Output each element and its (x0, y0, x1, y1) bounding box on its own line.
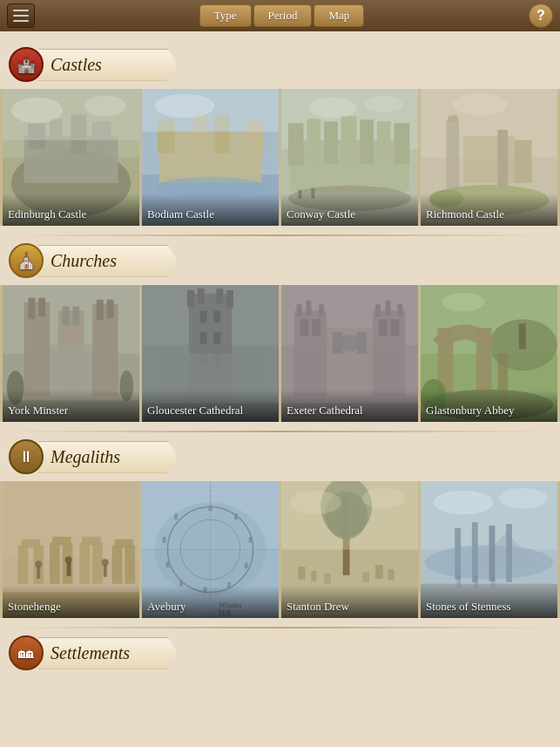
svg-rect-89 (306, 301, 311, 316)
list-item[interactable]: York Minster (3, 285, 139, 422)
list-item[interactable]: Edinburgh Castle (3, 89, 139, 226)
main-content: 🏰 Castles (0, 31, 560, 696)
svg-point-123 (65, 556, 72, 563)
nav-period-button[interactable]: Period (253, 4, 313, 27)
svg-rect-41 (515, 140, 532, 183)
stanton-drew-label: Stanton Drew (281, 586, 418, 618)
exeter-cathedral-label: Exeter Cathedral (281, 390, 418, 422)
stonehenge-label: Stonehenge (3, 586, 139, 618)
svg-rect-86 (391, 319, 400, 336)
divider-2 (9, 431, 551, 432)
svg-rect-120 (37, 567, 40, 579)
svg-rect-110 (50, 543, 60, 584)
svg-point-162 (434, 491, 494, 514)
gloucester-cathedral-label: Gloucester Cathedral (142, 390, 279, 422)
list-item[interactable]: Richmond Castle (421, 89, 557, 226)
svg-rect-132 (234, 513, 238, 520)
nav-map-button[interactable]: Map (314, 4, 364, 27)
list-item[interactable]: Conway Castle (281, 89, 418, 226)
svg-rect-53 (63, 307, 70, 326)
svg-rect-30 (395, 123, 410, 164)
svg-rect-24 (288, 123, 304, 166)
svg-point-10 (84, 96, 126, 117)
svg-rect-156 (362, 572, 369, 582)
edinburgh-castle-label: Edinburgh Castle (3, 194, 139, 226)
svg-rect-166 (455, 528, 461, 580)
svg-rect-25 (307, 119, 320, 166)
svg-rect-167 (472, 522, 478, 582)
svg-point-33 (365, 96, 402, 113)
svg-point-163 (499, 488, 547, 509)
svg-rect-66 (216, 289, 223, 304)
svg-rect-138 (165, 561, 169, 567)
list-item[interactable]: Stonehenge (3, 481, 139, 618)
header-nav: Type Period Map (199, 4, 365, 27)
svg-rect-70 (200, 332, 207, 344)
svg-rect-29 (377, 121, 391, 164)
york-minster-label: York Minster (3, 390, 139, 422)
list-item[interactable]: Bodiam Castle (142, 89, 279, 226)
list-item[interactable]: Glastonbury Abbey (421, 285, 557, 422)
list-item[interactable]: Exeter Cathedral (281, 285, 418, 422)
svg-rect-38 (446, 123, 459, 192)
glastonbury-abbey-label: Glastonbury Abbey (421, 390, 557, 422)
svg-rect-88 (297, 304, 302, 317)
list-item[interactable]: Stones of Stenness (421, 481, 557, 618)
help-button[interactable]: ? (529, 3, 553, 28)
churches-grid: York Minster (0, 285, 560, 422)
settlements-label: Settlements (38, 637, 178, 669)
svg-rect-48 (24, 302, 50, 397)
svg-rect-91 (375, 304, 381, 317)
castles-section: 🏰 Castles (0, 47, 560, 226)
svg-point-121 (35, 560, 42, 567)
svg-point-158 (290, 491, 341, 514)
svg-rect-52 (38, 298, 45, 317)
svg-rect-153 (375, 565, 383, 579)
svg-rect-79 (373, 310, 405, 396)
svg-rect-64 (187, 290, 194, 308)
svg-rect-124 (104, 565, 107, 577)
castles-label: Castles (38, 49, 178, 81)
svg-rect-54 (72, 307, 79, 326)
svg-rect-65 (198, 289, 205, 304)
divider-3 (9, 627, 551, 628)
stones-stenness-label: Stones of Stenness (421, 586, 557, 618)
list-item[interactable]: Windm Hill Avebury (142, 481, 279, 618)
churches-section: ⛪ Churches (0, 243, 560, 422)
svg-rect-69 (213, 310, 220, 323)
svg-rect-113 (79, 543, 90, 584)
nav-type-button[interactable]: Type (199, 4, 252, 27)
settlements-section: 🏘 Settlements (0, 635, 560, 670)
bodiam-castle-label: Bodiam Castle (142, 194, 279, 226)
svg-point-20 (155, 94, 215, 118)
svg-rect-57 (50, 345, 92, 397)
svg-rect-71 (213, 332, 220, 344)
svg-rect-107 (18, 546, 29, 584)
svg-rect-67 (226, 290, 233, 308)
svg-rect-27 (341, 116, 357, 166)
churches-label: Churches (38, 245, 178, 277)
svg-rect-116 (112, 546, 123, 584)
hamburger-line-2 (13, 15, 29, 17)
app-header: Type Period Map ? (0, 0, 560, 31)
richmond-castle-label: Richmond Castle (421, 194, 557, 226)
list-item[interactable]: Stanton Drew (281, 481, 418, 618)
svg-rect-26 (324, 121, 338, 164)
churches-icon: ⛪ (9, 243, 44, 278)
menu-button[interactable] (7, 3, 35, 28)
svg-rect-133 (249, 537, 253, 543)
svg-rect-154 (388, 569, 395, 581)
megaliths-grid: Stonehenge (0, 481, 560, 618)
svg-rect-98 (519, 323, 526, 349)
svg-rect-51 (28, 298, 35, 320)
avebury-label: Avebury (142, 586, 279, 618)
svg-rect-85 (379, 319, 388, 336)
svg-rect-151 (299, 567, 306, 580)
svg-rect-81 (300, 319, 309, 336)
svg-rect-92 (386, 301, 391, 316)
svg-point-45 (453, 93, 508, 116)
castles-grid: Edinburgh Castle (0, 89, 560, 226)
list-item[interactable]: Gloucester Cathedral (142, 285, 279, 422)
svg-rect-68 (200, 310, 207, 323)
svg-point-32 (308, 98, 356, 119)
